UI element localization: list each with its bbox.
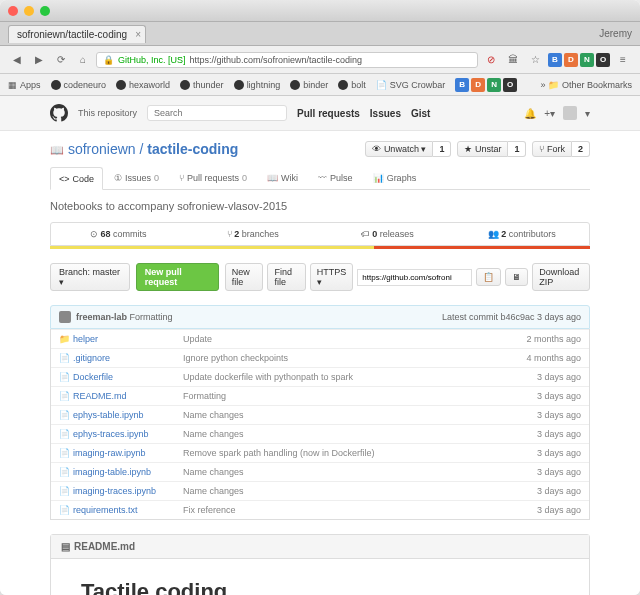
repo-name-link[interactable]: tactile-coding: [147, 141, 238, 157]
tab-graphs[interactable]: 📊 Graphs: [364, 167, 426, 189]
fork-button[interactable]: ⑂ Fork: [532, 141, 572, 157]
avatar[interactable]: [563, 106, 577, 120]
tab-wiki[interactable]: 📖 Wiki: [258, 167, 307, 189]
desktop-button[interactable]: 🖥: [505, 268, 528, 286]
reload-button[interactable]: ⟳: [52, 51, 70, 69]
watch-button[interactable]: 👁 Unwatch ▾: [365, 141, 433, 157]
file-name-link[interactable]: .gitignore: [73, 353, 183, 363]
stat-contributors[interactable]: 👥 2 contributors: [455, 223, 590, 245]
back-button[interactable]: ◀: [8, 51, 26, 69]
file-name-link[interactable]: imaging-raw.ipynb: [73, 448, 183, 458]
file-commit-msg[interactable]: Name changes: [183, 486, 537, 496]
file-name-link[interactable]: imaging-table.ipynb: [73, 467, 183, 477]
clone-protocol[interactable]: HTTPS ▾: [310, 263, 354, 291]
file-name-link[interactable]: README.md: [73, 391, 183, 401]
stat-releases[interactable]: 🏷 0 releases: [320, 223, 455, 245]
tab-code[interactable]: <> Code: [50, 167, 103, 190]
tab-pull-requests[interactable]: ⑂ Pull requests 0: [170, 167, 256, 189]
star-button[interactable]: ★ Unstar: [457, 141, 508, 157]
repo-tabs: <> Code ① Issues 0 ⑂ Pull requests 0 📖 W…: [50, 167, 590, 190]
download-zip-button[interactable]: Download ZIP: [532, 263, 590, 291]
nav-issues[interactable]: Issues: [370, 108, 401, 119]
github-search-input[interactable]: [147, 105, 287, 121]
bookmark-item[interactable]: binder: [290, 80, 328, 90]
window-minimize-button[interactable]: [24, 6, 34, 16]
file-icon: 📄: [59, 372, 73, 382]
fork-count[interactable]: 2: [572, 141, 590, 157]
repo-owner-link[interactable]: sofroniewn: [68, 141, 136, 157]
extension-icon[interactable]: N: [580, 53, 594, 67]
file-name-link[interactable]: Dockerfile: [73, 372, 183, 382]
file-age: 3 days ago: [537, 467, 581, 477]
bookmark-star-icon[interactable]: ☆: [526, 51, 544, 69]
repo-description: Notebooks to accompany sofroniew-vlasov-…: [50, 200, 590, 212]
extension-icon[interactable]: D: [564, 53, 578, 67]
bookmark-svg-crowbar[interactable]: 📄 SVG Crowbar: [376, 80, 446, 90]
extension-icon[interactable]: O: [596, 53, 610, 67]
file-commit-msg[interactable]: Remove spark path handling (now in Docke…: [183, 448, 537, 458]
star-count[interactable]: 1: [508, 141, 526, 157]
other-bookmarks[interactable]: » 📁 Other Bookmarks: [540, 80, 632, 90]
nav-pull-requests[interactable]: Pull requests: [297, 108, 360, 119]
new-file-button[interactable]: New file: [225, 263, 264, 291]
extension-icon[interactable]: B: [548, 53, 562, 67]
file-name-link[interactable]: helper: [73, 334, 183, 344]
window-close-button[interactable]: [8, 6, 18, 16]
commit-author[interactable]: freeman-lab: [76, 312, 127, 322]
apps-button[interactable]: ▦ Apps: [8, 80, 41, 90]
bookmark-ext-icon[interactable]: D: [471, 78, 485, 92]
file-commit-msg[interactable]: Name changes: [183, 410, 537, 420]
file-commit-msg[interactable]: Ignore python checkpoints: [183, 353, 526, 363]
clone-url-input[interactable]: [357, 269, 472, 286]
file-commit-msg[interactable]: Update: [183, 334, 526, 344]
url-input[interactable]: 🔒 GitHub, Inc. [US] https://github.com/s…: [96, 52, 478, 68]
bookmark-item[interactable]: thunder: [180, 80, 224, 90]
file-commit-msg[interactable]: Update dockerfile with pythonpath to spa…: [183, 372, 537, 382]
file-commit-msg[interactable]: Name changes: [183, 429, 537, 439]
commit-avatar[interactable]: [59, 311, 71, 323]
file-commit-msg[interactable]: Name changes: [183, 467, 537, 477]
create-menu[interactable]: +▾: [544, 108, 555, 119]
file-row: 📄ephys-traces.ipynbName changes3 days ag…: [51, 424, 589, 443]
ext-icon-bank[interactable]: 🏛: [504, 51, 522, 69]
forward-button[interactable]: ▶: [30, 51, 48, 69]
bookmark-item[interactable]: bolt: [338, 80, 366, 90]
notifications-icon[interactable]: 🔔: [524, 108, 536, 119]
browser-tab[interactable]: sofroniewn/tactile-coding ×: [8, 25, 146, 43]
window-maximize-button[interactable]: [40, 6, 50, 16]
github-logo-icon[interactable]: [50, 104, 68, 122]
file-name-link[interactable]: requirements.txt: [73, 505, 183, 515]
stat-branches[interactable]: ⑂ 2 branches: [186, 223, 321, 245]
file-name-link[interactable]: ephys-traces.ipynb: [73, 429, 183, 439]
file-name-link[interactable]: ephys-table.ipynb: [73, 410, 183, 420]
file-age: 3 days ago: [537, 391, 581, 401]
file-icon: 📄: [59, 467, 73, 477]
bookmark-ext-icon[interactable]: B: [455, 78, 469, 92]
language-bar[interactable]: [50, 246, 590, 249]
bookmark-item[interactable]: codeneuro: [51, 80, 107, 90]
menu-icon[interactable]: ≡: [614, 51, 632, 69]
bookmarks-bar: ▦ Apps codeneuro hexaworld thunder light…: [0, 74, 640, 96]
copy-url-button[interactable]: 📋: [476, 268, 501, 286]
bookmark-ext-icon[interactable]: N: [487, 78, 501, 92]
browser-tab-bar: sofroniewn/tactile-coding × Jeremy: [0, 22, 640, 46]
noscript-icon[interactable]: ⊘: [482, 51, 500, 69]
file-commit-msg[interactable]: Fix reference: [183, 505, 537, 515]
new-pr-button[interactable]: New pull request: [136, 263, 219, 291]
nav-gist[interactable]: Gist: [411, 108, 430, 119]
find-file-button[interactable]: Find file: [267, 263, 305, 291]
commit-message[interactable]: Formatting: [130, 312, 173, 322]
file-name-link[interactable]: imaging-traces.ipynb: [73, 486, 183, 496]
bookmark-item[interactable]: lightning: [234, 80, 281, 90]
bookmark-item[interactable]: hexaworld: [116, 80, 170, 90]
file-commit-msg[interactable]: Formatting: [183, 391, 537, 401]
tab-issues[interactable]: ① Issues 0: [105, 167, 168, 189]
stat-commits[interactable]: ⊙ 68 commits: [51, 223, 186, 245]
watch-count[interactable]: 1: [433, 141, 451, 157]
latest-commit-info[interactable]: Latest commit b46c9ac 3 days ago: [442, 312, 581, 322]
tab-close-icon[interactable]: ×: [135, 29, 141, 40]
home-button[interactable]: ⌂: [74, 51, 92, 69]
branch-selector[interactable]: Branch: master ▾: [50, 263, 130, 291]
tab-pulse[interactable]: 〰 Pulse: [309, 167, 362, 189]
bookmark-ext-icon[interactable]: O: [503, 78, 517, 92]
